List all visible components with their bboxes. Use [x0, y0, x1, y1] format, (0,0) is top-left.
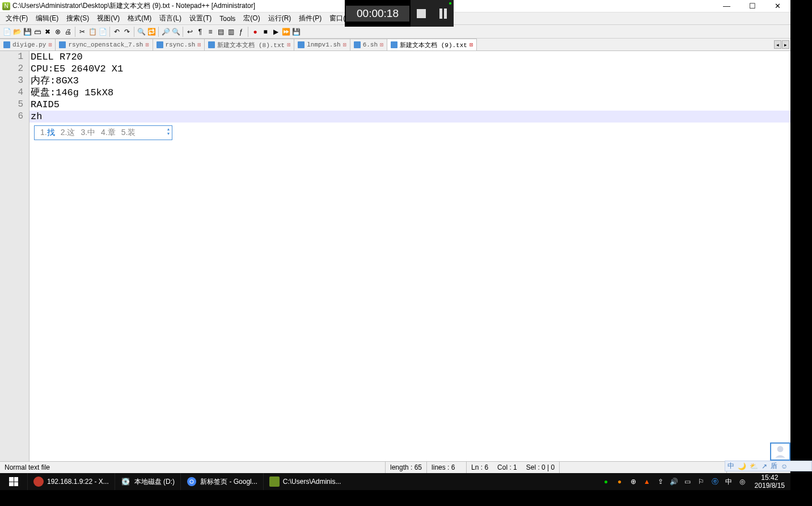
- side-tray-icon[interactable]: 盾: [771, 461, 777, 471]
- redo-icon[interactable]: ↷: [122, 27, 132, 36]
- tray-icon[interactable]: ●: [615, 477, 624, 486]
- taskbar-app-notepadpp[interactable]: C:\Users\Adminis...: [263, 473, 347, 490]
- minimize-button[interactable]: —: [714, 0, 739, 12]
- tab-next-button[interactable]: ▸: [782, 40, 789, 49]
- ime-candidate-popup[interactable]: ▴▾ 1.找2.这3.中4.章5.装: [34, 125, 172, 140]
- paste-icon[interactable]: 📄: [98, 27, 107, 36]
- tray-icon[interactable]: ⊕: [629, 477, 638, 486]
- zoom-in-icon[interactable]: 🔎: [161, 27, 170, 36]
- ime-candidate[interactable]: 3.中: [81, 128, 95, 138]
- recorder-stop-button[interactable]: [411, 0, 432, 27]
- desktop-side-tray[interactable]: 中🌙⛅↗盾☺: [725, 461, 812, 471]
- menu-item[interactable]: 语言(L): [156, 12, 185, 24]
- screen-recorder-overlay[interactable]: 00:00:18: [345, 0, 454, 27]
- tray-security-icon[interactable]: ⚐: [697, 477, 706, 486]
- menu-item[interactable]: 格式(M): [124, 12, 155, 24]
- new-file-icon[interactable]: 📄: [2, 27, 11, 36]
- save-all-icon[interactable]: 🗃: [33, 27, 42, 36]
- file-tab[interactable]: 6.sh⊠: [350, 39, 387, 50]
- tray-network-icon[interactable]: ▭: [683, 477, 692, 486]
- tray-icon[interactable]: ●: [602, 477, 611, 486]
- taskbar-app-xshell[interactable]: 192.168.1.9:22 - X...: [27, 473, 115, 490]
- maximize-button[interactable]: ☐: [739, 0, 765, 12]
- ime-candidate[interactable]: 4.章: [101, 128, 116, 138]
- replace-icon[interactable]: 🔁: [147, 27, 156, 36]
- tab-prev-button[interactable]: ◂: [774, 40, 781, 49]
- show-chars-icon[interactable]: ¶: [196, 27, 205, 36]
- open-file-icon[interactable]: 📂: [12, 27, 22, 36]
- doc-map-icon[interactable]: ▥: [226, 27, 235, 36]
- word-wrap-icon[interactable]: ↩: [185, 27, 194, 36]
- tab-close-icon[interactable]: ⊠: [287, 41, 290, 48]
- taskbar-app-chrome[interactable]: 新标签页 - Googl...: [180, 473, 263, 490]
- cut-icon[interactable]: ✂: [78, 27, 87, 36]
- start-button[interactable]: [0, 473, 27, 490]
- ime-page-arrows[interactable]: ▴▾: [167, 127, 170, 136]
- tray-app-icon[interactable]: ◎: [738, 477, 747, 486]
- folder-tree-icon[interactable]: ▤: [216, 27, 225, 36]
- tab-label: diyige.py: [12, 41, 46, 48]
- editor-line[interactable]: RAID5: [29, 99, 790, 111]
- close-all-icon[interactable]: ⊗: [53, 27, 62, 36]
- close-button[interactable]: ✕: [765, 0, 790, 12]
- file-tab[interactable]: diyige.py⊠: [0, 39, 56, 50]
- indent-guide-icon[interactable]: ≡: [206, 27, 215, 36]
- file-tab[interactable]: rsync.sh⊠: [153, 39, 205, 50]
- play-multi-icon[interactable]: ⏩: [281, 27, 290, 36]
- menu-item[interactable]: 设置(T): [186, 12, 215, 24]
- copy-icon[interactable]: 📋: [88, 27, 97, 36]
- menu-item[interactable]: 视图(V): [94, 12, 123, 24]
- editor-line[interactable]: 硬盘:146g 15kX8: [29, 87, 790, 99]
- tray-usb-icon[interactable]: ⇪: [656, 477, 665, 486]
- side-tray-icon[interactable]: ↗: [762, 462, 767, 470]
- tab-close-icon[interactable]: ⊠: [145, 41, 149, 48]
- file-tab[interactable]: 新建文本文档 (9).txt⊠: [387, 39, 477, 50]
- function-list-icon[interactable]: ƒ: [236, 27, 246, 36]
- tab-close-icon[interactable]: ⊠: [343, 41, 346, 48]
- editor-line[interactable]: 内存:8GX3: [29, 75, 790, 87]
- side-tray-icon[interactable]: ⛅: [750, 462, 758, 470]
- menu-item[interactable]: 插件(P): [295, 12, 325, 24]
- menu-item[interactable]: 搜索(S): [63, 12, 92, 24]
- stop-macro-icon[interactable]: ■: [261, 27, 270, 36]
- file-tab[interactable]: rsync_openstack_7.sh⊠: [56, 39, 153, 50]
- file-tab[interactable]: 新建文本文档 (8).txt⊠: [205, 39, 294, 50]
- taskbar-app-explorer[interactable]: 💽 本地磁盘 (D:): [115, 473, 180, 490]
- side-tray-icon[interactable]: 🌙: [738, 462, 746, 470]
- tab-close-icon[interactable]: ⊠: [197, 41, 201, 48]
- menu-item[interactable]: 宏(O): [240, 12, 263, 24]
- tab-close-icon[interactable]: ⊠: [380, 41, 383, 48]
- tray-ime-icon[interactable]: 中: [724, 477, 733, 486]
- editor-line[interactable]: CPU:E5 2640V2 X1: [29, 63, 790, 75]
- tray-edge-icon[interactable]: ⓔ: [710, 477, 720, 486]
- text-editor[interactable]: DELL R720CPU:E5 2640V2 X1内存:8GX3硬盘:146g …: [29, 51, 790, 461]
- ime-candidate[interactable]: 1.找: [40, 128, 55, 138]
- menu-item[interactable]: 运行(R): [265, 12, 295, 24]
- side-tray-icon[interactable]: 中: [728, 461, 734, 471]
- close-file-icon[interactable]: ✖: [43, 27, 52, 36]
- ime-candidate[interactable]: 2.这: [61, 128, 75, 138]
- editor-line[interactable]: zh: [29, 111, 790, 123]
- print-icon[interactable]: 🖨: [64, 27, 73, 36]
- file-tab[interactable]: lnmpv1.sh⊠: [294, 39, 350, 50]
- qq-avatar-widget[interactable]: [770, 442, 790, 461]
- tab-label: rsync_openstack_7.sh: [68, 41, 143, 48]
- tab-close-icon[interactable]: ⊠: [470, 41, 473, 48]
- find-icon[interactable]: 🔍: [137, 27, 146, 36]
- tray-volume-icon[interactable]: 🔊: [670, 477, 679, 486]
- menu-item[interactable]: Tools: [216, 14, 239, 24]
- editor-line[interactable]: DELL R720: [29, 51, 790, 63]
- tray-icon[interactable]: ▲: [642, 477, 652, 486]
- undo-icon[interactable]: ↶: [112, 27, 121, 36]
- save-macro-icon[interactable]: 💾: [291, 27, 301, 36]
- save-icon[interactable]: 💾: [23, 27, 32, 36]
- ime-candidate[interactable]: 5.装: [121, 128, 136, 138]
- side-tray-icon[interactable]: ☺: [781, 462, 788, 470]
- zoom-out-icon[interactable]: 🔍: [171, 27, 180, 36]
- record-macro-icon[interactable]: ●: [251, 27, 260, 36]
- taskbar-clock[interactable]: 15:42 2019/8/15: [751, 474, 788, 490]
- menu-item[interactable]: 文件(F): [2, 12, 31, 24]
- menu-item[interactable]: 编辑(E): [32, 12, 62, 24]
- play-macro-icon[interactable]: ▶: [271, 27, 280, 36]
- tab-close-icon[interactable]: ⊠: [48, 41, 52, 48]
